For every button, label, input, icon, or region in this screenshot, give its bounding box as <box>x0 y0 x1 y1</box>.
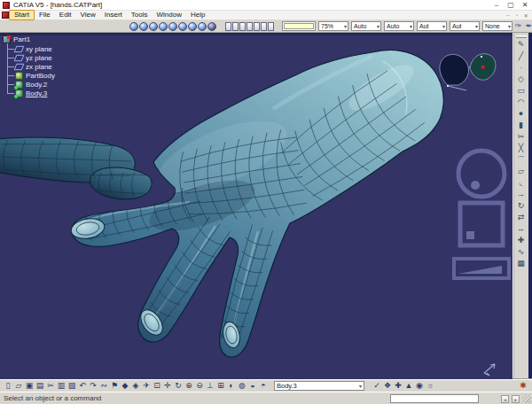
knowledge-icon[interactable]: ❖ <box>382 380 393 392</box>
catalog-icon[interactable]: ◈ <box>130 380 141 392</box>
plane-tool-icon[interactable]: ◇ <box>515 74 528 85</box>
layer-select[interactable]: None <box>482 21 512 31</box>
minimize-button[interactable]: – <box>489 0 504 10</box>
paste-icon[interactable]: ▨ <box>66 380 77 392</box>
hide-show-icon[interactable]: ◒ <box>247 380 258 392</box>
copy-icon[interactable]: ▥ <box>56 380 66 392</box>
apply-icon[interactable]: ✓ <box>372 380 382 392</box>
translate-icon[interactable]: → <box>515 189 528 200</box>
dynamic-hlr-icon[interactable] <box>168 22 177 31</box>
annotation-icon[interactable]: ◉ <box>414 380 425 392</box>
rotate-tool-icon[interactable]: ↻ <box>515 200 528 212</box>
tools-menu[interactable]: Tools <box>127 11 153 19</box>
save-icon[interactable]: ▣ <box>24 380 35 392</box>
file-menu[interactable]: File <box>35 11 55 19</box>
extract-icon[interactable]: ▱ <box>515 166 528 177</box>
bookmark-icon[interactable]: ⚑ <box>109 380 120 392</box>
line-weight-select[interactable]: Auto <box>384 21 414 31</box>
line-icon[interactable]: ╱ <box>515 50 528 62</box>
graphic-wizard-icon[interactable]: ✒ <box>524 21 532 31</box>
fly-mode-icon[interactable]: ✈ <box>141 380 152 392</box>
painter-style-4-icon[interactable] <box>246 22 253 31</box>
insert-menu[interactable]: Insert <box>100 11 127 19</box>
pan-icon[interactable]: ✛ <box>162 380 173 392</box>
reference-shapes[interactable] <box>454 151 509 278</box>
scaling-icon[interactable]: ↔ <box>515 223 528 235</box>
painter-style-7-icon[interactable] <box>268 22 274 31</box>
compass[interactable] <box>440 54 496 90</box>
symmetry-icon[interactable]: ⇄ <box>515 212 528 223</box>
open-file-icon[interactable]: ▱ <box>13 380 24 392</box>
power-copy-icon[interactable]: ✱ <box>518 380 528 392</box>
painter-style-1-icon[interactable] <box>225 22 231 31</box>
painter-style-5-icon[interactable] <box>254 22 260 31</box>
point-icon[interactable]: ∙ <box>515 62 528 74</box>
sketcher-icon[interactable]: ✎ <box>515 39 528 50</box>
window-menu[interactable]: Window <box>153 11 186 19</box>
cylinder-icon[interactable]: ▮ <box>515 120 528 131</box>
tree-item-body2[interactable]: Body.2 <box>15 80 55 89</box>
model-scene[interactable] <box>0 33 512 379</box>
rotate-view-icon[interactable]: ↻ <box>173 380 184 392</box>
in-work-object-select[interactable]: Body.3 <box>274 381 364 391</box>
perspective-view-icon[interactable] <box>188 22 197 31</box>
doc-restore-button[interactable]: ▫ <box>512 12 521 19</box>
command-input[interactable] <box>390 394 479 403</box>
measure-icon[interactable]: ▲ <box>403 380 414 392</box>
help-menu[interactable]: Help <box>186 11 209 19</box>
boundary-icon[interactable]: ⌒ <box>515 154 528 166</box>
tree-item-yz-plane[interactable]: yz plane <box>15 53 55 62</box>
linetype-select[interactable]: Auto <box>351 21 381 31</box>
new-file-icon[interactable]: ▯ <box>3 380 13 392</box>
revolve-icon[interactable]: ◠ <box>515 97 528 108</box>
freestyle-surface-icon[interactable]: ∿ <box>515 246 528 258</box>
3d-viewport[interactable]: Part1 xy plane yz plane zx plane PartBod… <box>0 33 512 379</box>
tree-item-xy-plane[interactable]: xy plane <box>15 44 55 53</box>
doc-minimize-button[interactable]: – <box>504 12 512 19</box>
wireframe-icon[interactable] <box>159 22 168 31</box>
maximize-button[interactable]: ▢ <box>504 0 518 10</box>
painter-style-6-icon[interactable] <box>261 22 267 31</box>
render-style-select[interactable]: Aut <box>450 21 480 31</box>
start-menu[interactable]: Start <box>9 10 35 20</box>
tree-item-zx-plane[interactable]: zx plane <box>15 62 55 71</box>
painter-style-3-icon[interactable] <box>239 22 246 31</box>
custom-view-icon[interactable] <box>207 22 216 31</box>
multi-view-icon[interactable]: ⊞ <box>215 380 226 392</box>
expand-status-button[interactable]: ◂ <box>501 395 509 403</box>
cut-icon[interactable]: ✂ <box>45 380 56 392</box>
transparency-select[interactable]: 75% <box>318 21 348 31</box>
shading-icon[interactable] <box>129 22 138 31</box>
painter-style-2-icon[interactable] <box>232 22 239 31</box>
shape-analysis-icon[interactable]: ▦ <box>515 258 528 269</box>
render-tools-icon[interactable]: ☼ <box>425 380 435 392</box>
fillet-icon[interactable]: ◟ <box>515 177 528 189</box>
trim-icon[interactable]: ╳ <box>515 143 528 154</box>
lighting-icon[interactable] <box>198 22 207 31</box>
sphere-icon[interactable]: ● <box>515 108 528 120</box>
undo-icon[interactable]: ↶ <box>77 380 88 392</box>
materials-view-icon[interactable] <box>178 22 187 31</box>
formula-icon[interactable]: ✚ <box>393 380 403 392</box>
resize-grip[interactable] <box>522 394 531 403</box>
split-icon[interactable]: ✂ <box>515 131 528 143</box>
tree-item-partbody[interactable]: PartBody <box>15 71 55 80</box>
fill-color-select[interactable] <box>282 21 316 31</box>
wireframe-mode-icon[interactable]: ◍ <box>237 380 247 392</box>
shading-hidden-edges-icon[interactable] <box>149 22 158 31</box>
fit-all-in-icon[interactable]: ⊡ <box>152 380 162 392</box>
doc-close-button[interactable]: ✕ <box>521 12 530 19</box>
toolbar-drag-handle[interactable] <box>516 35 527 38</box>
print-icon[interactable]: ▤ <box>35 380 45 392</box>
view-menu[interactable]: View <box>76 11 100 19</box>
join-icon[interactable]: ✚ <box>515 235 528 246</box>
graphic-painter-icon[interactable]: ✑ <box>513 21 523 31</box>
selection-icon[interactable]: ◆ <box>120 380 130 392</box>
collapse-status-button[interactable]: ▸ <box>512 395 520 403</box>
zoom-out-icon[interactable]: ⊖ <box>194 380 205 392</box>
close-button[interactable]: ✕ <box>518 0 532 10</box>
shading-mode-icon[interactable]: ◐ <box>226 380 237 392</box>
extrude-icon[interactable]: ▭ <box>515 85 528 97</box>
link-icon[interactable]: ∾ <box>98 380 109 392</box>
tree-item-body3[interactable]: Body.3 <box>15 89 55 97</box>
